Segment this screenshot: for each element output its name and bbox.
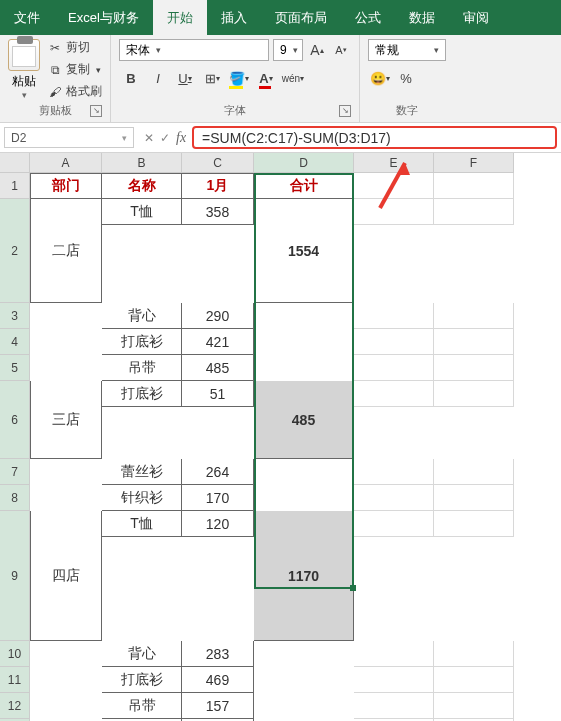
cell[interactable]: 二店	[30, 199, 102, 303]
cell[interactable]	[434, 329, 514, 355]
pinyin-button[interactable]: wén▾	[281, 67, 305, 89]
cell[interactable]	[434, 667, 514, 693]
cell[interactable]: 部门	[30, 173, 102, 199]
cell[interactable]: 51	[182, 381, 254, 407]
cell[interactable]	[434, 173, 514, 199]
cell[interactable]	[354, 485, 434, 511]
col-header-b[interactable]: B	[102, 153, 182, 173]
font-size-select[interactable]: 9▾	[273, 39, 303, 61]
format-painter-button[interactable]: 🖌 格式刷	[48, 83, 102, 100]
cell[interactable]: 170	[182, 485, 254, 511]
currency-button[interactable]: 😀▾	[368, 67, 392, 89]
tab-data[interactable]: 数据	[395, 0, 449, 35]
cell[interactable]: 四店	[30, 511, 102, 641]
bold-button[interactable]: B	[119, 67, 143, 89]
cell[interactable]	[434, 511, 514, 537]
cell[interactable]: 485	[254, 381, 354, 459]
tab-insert[interactable]: 插入	[207, 0, 261, 35]
row-header[interactable]: 2	[0, 199, 30, 303]
cell[interactable]: 358	[182, 199, 254, 225]
cell[interactable]	[354, 511, 434, 537]
select-all-corner[interactable]	[0, 153, 30, 173]
clipboard-launcher[interactable]: ↘	[90, 105, 102, 117]
row-header[interactable]: 4	[0, 329, 30, 355]
cell[interactable]	[434, 641, 514, 667]
cell[interactable]: 1月	[182, 173, 254, 199]
cell[interactable]: 1170	[254, 511, 354, 641]
cell[interactable]	[354, 303, 434, 329]
cell[interactable]	[354, 173, 434, 199]
cell[interactable]: 吊带	[102, 693, 182, 719]
cell[interactable]	[354, 641, 434, 667]
cell[interactable]	[354, 693, 434, 719]
cell[interactable]: 469	[182, 667, 254, 693]
cell[interactable]	[434, 485, 514, 511]
col-header-d[interactable]: D	[254, 153, 354, 173]
row-header[interactable]: 8	[0, 485, 30, 511]
cell[interactable]: 157	[182, 693, 254, 719]
col-header-e[interactable]: E	[354, 153, 434, 173]
cell[interactable]: 290	[182, 303, 254, 329]
paste-icon[interactable]	[8, 39, 40, 71]
tab-start[interactable]: 开始	[153, 0, 207, 35]
col-header-f[interactable]: F	[434, 153, 514, 173]
cell[interactable]: 1554	[254, 199, 354, 303]
row-header[interactable]: 5	[0, 355, 30, 381]
tab-review[interactable]: 审阅	[449, 0, 503, 35]
copy-button[interactable]: ⧉ 复制▾	[48, 61, 102, 78]
cell[interactable]: 421	[182, 329, 254, 355]
cell[interactable]: 针织衫	[102, 485, 182, 511]
row-header[interactable]: 11	[0, 667, 30, 693]
cell[interactable]: 打底衫	[102, 667, 182, 693]
increase-font-icon[interactable]: A▴	[307, 40, 327, 60]
cell[interactable]: 背心	[102, 641, 182, 667]
accept-formula-icon[interactable]: ✓	[160, 131, 170, 145]
cell[interactable]	[354, 667, 434, 693]
cell[interactable]: T恤	[102, 199, 182, 225]
cell[interactable]	[434, 693, 514, 719]
font-launcher[interactable]: ↘	[339, 105, 351, 117]
cell[interactable]	[354, 199, 434, 225]
tab-excel-finance[interactable]: Excel与财务	[54, 0, 153, 35]
italic-button[interactable]: I	[146, 67, 170, 89]
cell[interactable]	[354, 355, 434, 381]
col-header-c[interactable]: C	[182, 153, 254, 173]
col-header-a[interactable]: A	[30, 153, 102, 173]
cell[interactable]: 蕾丝衫	[102, 459, 182, 485]
font-color-button[interactable]: A▾	[254, 67, 278, 89]
spreadsheet-grid[interactable]: A B C D E F 1部门名称1月合计2二店T恤35815543背心2904…	[0, 153, 561, 721]
cell[interactable]: 吊带	[102, 355, 182, 381]
cell[interactable]	[434, 381, 514, 407]
cell[interactable]	[434, 199, 514, 225]
cell[interactable]: 485	[182, 355, 254, 381]
cell[interactable]: 合计	[254, 173, 354, 199]
border-button[interactable]: ⊞▾	[200, 67, 224, 89]
cancel-formula-icon[interactable]: ✕	[144, 131, 154, 145]
cell[interactable]: 打底衫	[102, 329, 182, 355]
tab-file[interactable]: 文件	[0, 0, 54, 35]
cell[interactable]	[354, 381, 434, 407]
row-header[interactable]: 1	[0, 173, 30, 199]
decrease-font-icon[interactable]: A▾	[331, 40, 351, 60]
cell[interactable]	[434, 459, 514, 485]
cell[interactable]	[354, 459, 434, 485]
cell[interactable]	[434, 303, 514, 329]
cell[interactable]: 三店	[30, 381, 102, 459]
number-format-select[interactable]: 常规▾	[368, 39, 446, 61]
cell[interactable]: 283	[182, 641, 254, 667]
cell[interactable]: T恤	[102, 511, 182, 537]
cell[interactable]: 120	[182, 511, 254, 537]
row-header[interactable]: 7	[0, 459, 30, 485]
name-box[interactable]: D2▾	[4, 127, 134, 148]
font-name-select[interactable]: 宋体▾	[119, 39, 269, 61]
fill-color-button[interactable]: 🪣▾	[227, 67, 251, 89]
cell[interactable]	[434, 355, 514, 381]
row-header[interactable]: 6	[0, 381, 30, 459]
percent-button[interactable]: %	[394, 67, 418, 89]
formula-input[interactable]: =SUM(C2:C17)-SUM(D3:D17)	[192, 126, 557, 149]
fx-icon[interactable]: fx	[176, 130, 186, 146]
selection-handle[interactable]	[350, 585, 356, 591]
tab-layout[interactable]: 页面布局	[261, 0, 341, 35]
row-header[interactable]: 12	[0, 693, 30, 719]
row-header[interactable]: 9	[0, 511, 30, 641]
